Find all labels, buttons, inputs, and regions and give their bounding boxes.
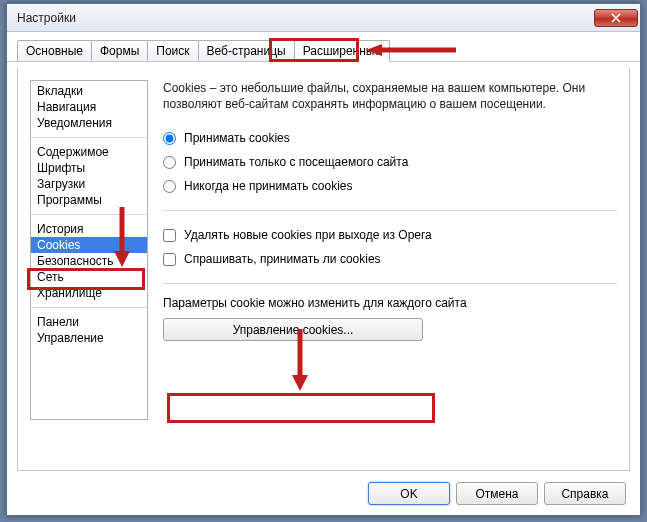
check-delete-on-exit-input[interactable] [163, 229, 176, 242]
divider [163, 283, 617, 284]
tab-bar: Основные Формы Поиск Веб-страницы Расшир… [7, 32, 640, 62]
dialog-footer: OK Отмена Справка [368, 482, 626, 505]
sidebar-item-toolbars[interactable]: Управление [31, 330, 147, 346]
titlebar: Настройки [7, 4, 640, 32]
settings-dialog: Настройки Основные Формы Поиск Веб-стран… [6, 3, 641, 516]
sidebar-item-history[interactable]: История [31, 221, 147, 237]
check-ask-accept-input[interactable] [163, 253, 176, 266]
sidebar-separator [31, 137, 147, 138]
per-site-label: Параметры cookie можно изменить для кажд… [163, 296, 617, 310]
sidebar-item-storage[interactable]: Хранилище [31, 285, 147, 301]
cookies-description: Cookies – это небольшие файлы, сохраняем… [163, 80, 617, 112]
sidebar-item-notifications[interactable]: Уведомления [31, 115, 147, 131]
sidebar-item-programs[interactable]: Программы [31, 192, 147, 208]
radio-never-accept[interactable]: Никогда не принимать cookies [163, 174, 617, 198]
sidebar-item-navigation[interactable]: Навигация [31, 99, 147, 115]
sidebar-separator [31, 214, 147, 215]
check-ask-accept[interactable]: Спрашивать, принимать ли cookies [163, 247, 617, 271]
radio-accept-cookies[interactable]: Принимать cookies [163, 126, 617, 150]
sidebar-item-cookies[interactable]: Cookies [31, 237, 147, 253]
main-panel: Cookies – это небольшие файлы, сохраняем… [163, 80, 617, 458]
tab-basic[interactable]: Основные [17, 40, 92, 61]
tab-advanced[interactable]: Расширенные [294, 40, 391, 62]
sidebar-item-fonts[interactable]: Шрифты [31, 160, 147, 176]
divider [163, 210, 617, 211]
radio-accept-visited-input[interactable] [163, 156, 176, 169]
window-title: Настройки [17, 11, 594, 25]
close-button[interactable] [594, 9, 638, 27]
sidebar-item-downloads[interactable]: Загрузки [31, 176, 147, 192]
sidebar-item-network[interactable]: Сеть [31, 269, 147, 285]
close-icon [611, 13, 621, 23]
tab-forms[interactable]: Формы [91, 40, 148, 61]
radio-never-accept-input[interactable] [163, 180, 176, 193]
tab-search[interactable]: Поиск [147, 40, 198, 61]
sidebar-item-security[interactable]: Безопасность [31, 253, 147, 269]
radio-accept-cookies-input[interactable] [163, 132, 176, 145]
manage-cookies-button[interactable]: Управление cookies... [163, 318, 423, 341]
ok-button[interactable]: OK [368, 482, 450, 505]
dialog-body: Основные Формы Поиск Веб-страницы Расшир… [7, 32, 640, 515]
sidebar-item-panels[interactable]: Панели [31, 314, 147, 330]
help-button[interactable]: Справка [544, 482, 626, 505]
sidebar: Вкладки Навигация Уведомления Содержимое… [30, 80, 148, 420]
tab-content: Вкладки Навигация Уведомления Содержимое… [17, 68, 630, 471]
radio-accept-visited[interactable]: Принимать только с посещаемого сайта [163, 150, 617, 174]
cancel-button[interactable]: Отмена [456, 482, 538, 505]
sidebar-item-tabs[interactable]: Вкладки [31, 83, 147, 99]
check-delete-on-exit[interactable]: Удалять новые cookies при выходе из Oper… [163, 223, 617, 247]
sidebar-item-content[interactable]: Содержимое [31, 144, 147, 160]
sidebar-separator [31, 307, 147, 308]
tab-webpages[interactable]: Веб-страницы [198, 40, 295, 61]
